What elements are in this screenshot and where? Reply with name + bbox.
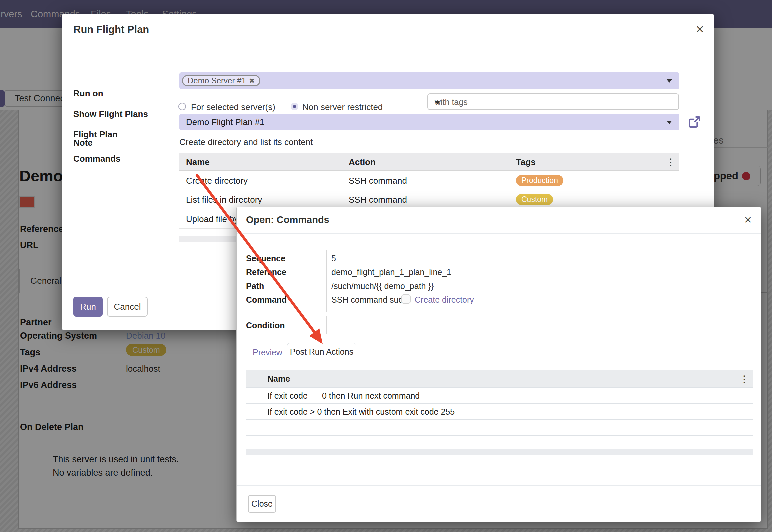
label-condition: Condition — [246, 321, 285, 330]
with-tags-select[interactable]: with tags — [427, 93, 679, 110]
label-command: Command — [246, 295, 287, 305]
server-tag-label: Demo Server #1 — [188, 76, 246, 85]
cell-name: If exit code > 0 then Exit with custom e… — [267, 407, 455, 417]
cell-action: SSH command — [349, 176, 407, 186]
cell-name: Upload file by — [186, 214, 239, 224]
footer-divider — [237, 485, 761, 486]
sudo-checkbox[interactable] — [401, 294, 411, 304]
label-column-divider — [326, 250, 327, 312]
label-sequence: Sequence — [246, 254, 285, 263]
value-path: /such/much/{{ demo_path }} — [331, 281, 434, 291]
post-run-actions-table: Name ⋮ If exit code == 0 then Run next c… — [246, 370, 753, 436]
label-commands: Commands — [73, 154, 121, 164]
table-options-icon[interactable]: ⋮ — [740, 374, 749, 385]
modal-title: Run Flight Plan — [73, 24, 149, 36]
table-bottom-border — [246, 435, 753, 436]
chevron-down-icon — [667, 79, 672, 83]
commands-table-header: Name Action Tags ⋮ — [179, 153, 679, 171]
table-row[interactable]: If exit code > 0 then Exit with custom e… — [246, 403, 753, 419]
tab-post-run-actions[interactable]: Post Run Actions — [287, 343, 356, 361]
cell-name: List files in directory — [186, 195, 262, 205]
col-action[interactable]: Action — [349, 157, 376, 167]
modal-title: Open: Commands — [246, 214, 329, 225]
run-on-select[interactable]: Demo Server #1 ✖ — [179, 72, 679, 89]
radio-for-selected-servers[interactable] — [178, 103, 186, 110]
cell-action: SSH command — [349, 195, 407, 205]
screenshot-stage: rvers Commands Files Tools Settings Test… — [0, 0, 772, 532]
label-column-divider — [173, 69, 173, 262]
flight-plan-note: Create directory and list its content — [179, 137, 313, 147]
col-name[interactable]: Name — [267, 374, 290, 384]
label-show-flight-plans: Show Flight Plans — [73, 109, 148, 119]
cancel-button[interactable]: Cancel — [107, 297, 148, 317]
table-row[interactable]: If exit code == 0 then Run next command — [246, 387, 753, 403]
value-sequence: 5 — [331, 254, 336, 263]
label-note: Note — [73, 138, 93, 148]
tab-preview[interactable]: Preview — [253, 348, 282, 357]
external-link-icon[interactable] — [688, 115, 701, 129]
table-row[interactable]: Create directory SSH command Production — [179, 171, 679, 190]
label-run-on: Run on — [73, 88, 103, 99]
command-link[interactable]: Create directory — [415, 295, 474, 305]
close-icon[interactable]: ✕ — [695, 23, 704, 36]
server-tag[interactable]: Demo Server #1 ✖ — [182, 75, 260, 86]
table-options-icon[interactable]: ⋮ — [666, 157, 675, 168]
cell-name: If exit code == 0 then Run next command — [267, 391, 420, 401]
radio-non-server-restricted-label[interactable]: Non server restricted — [302, 102, 383, 112]
close-button[interactable]: Close — [248, 495, 276, 513]
tag-badge: Production — [516, 175, 563, 186]
label-path: Path — [246, 281, 264, 291]
chevron-down-icon — [667, 121, 672, 124]
cell-name: Create directory — [186, 176, 248, 186]
value-command: SSH command sudo — [331, 295, 408, 305]
table-row-empty[interactable] — [246, 419, 753, 435]
label-reference: Reference — [246, 267, 286, 277]
run-button[interactable]: Run — [73, 297, 103, 317]
open-commands-modal: Open: Commands ✕ Sequence 5 Reference de… — [236, 207, 761, 522]
chevron-down-icon — [435, 101, 440, 104]
table-footer-strip — [246, 449, 753, 455]
close-icon[interactable]: ✕ — [744, 214, 752, 226]
flight-plan-value: Demo Flight Plan #1 — [186, 117, 265, 127]
flight-plan-select[interactable]: Demo Flight Plan #1 — [179, 114, 679, 130]
selector-column — [246, 370, 264, 387]
remove-tag-icon[interactable]: ✖ — [249, 77, 255, 85]
header-divider — [62, 46, 714, 46]
radio-non-server-restricted[interactable] — [291, 103, 298, 110]
tag-badge: Custom — [516, 194, 553, 205]
value-reference: demo_flight_plan_1_plan_line_1 — [331, 267, 451, 277]
radio-for-selected-servers-label[interactable]: For selected server(s) — [191, 102, 275, 112]
header-divider — [237, 233, 761, 234]
col-tags[interactable]: Tags — [516, 157, 536, 167]
col-name[interactable]: Name — [186, 157, 210, 167]
label-column-divider — [326, 316, 327, 334]
post-run-table-header: Name ⋮ — [246, 370, 753, 387]
